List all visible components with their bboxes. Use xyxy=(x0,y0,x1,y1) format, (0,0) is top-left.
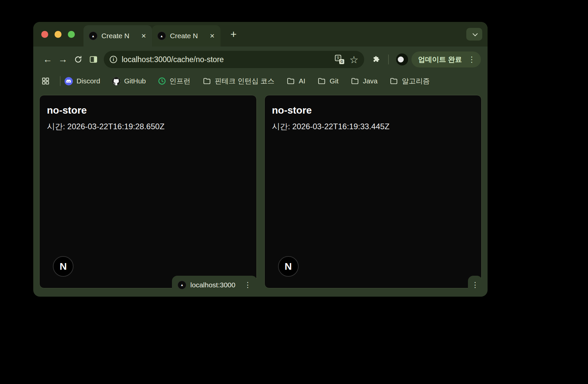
split-tab-right[interactable]: ⋮ xyxy=(468,276,482,294)
github-icon xyxy=(112,77,120,85)
traffic-lights xyxy=(33,31,83,38)
folder-icon xyxy=(317,77,326,85)
bookmark-folder-git[interactable]: Git xyxy=(317,77,339,85)
toolbar: ← → i localhost:3000/cache/no-store 文 G … xyxy=(33,47,488,72)
bookmarks-bar: Discord GitHub 인프런 핀테크 인턴십 코스 xyxy=(33,72,488,90)
bookmark-discord[interactable]: Discord xyxy=(65,77,100,85)
discord-icon xyxy=(65,77,73,85)
translate-icon[interactable]: 文 G xyxy=(335,55,344,64)
browser-window: ▲ Create N × ▲ Create N × + ← → xyxy=(33,22,488,297)
split-tab-menu-icon[interactable]: ⋮ xyxy=(244,281,251,289)
split-tab-host: localhost:3000 xyxy=(190,281,235,289)
new-tab-button[interactable]: + xyxy=(226,27,241,42)
update-label: 업데이트 완료 xyxy=(418,55,462,64)
bookmark-star-icon[interactable]: ☆ xyxy=(348,54,360,65)
minimize-window-button[interactable] xyxy=(55,31,62,38)
bookmark-folder-fintech[interactable]: 핀테크 인턴십 코스 xyxy=(203,76,275,86)
nextjs-devtools-button[interactable]: N xyxy=(53,256,74,277)
profile-avatar[interactable] xyxy=(396,53,408,65)
folder-icon xyxy=(203,77,211,85)
split-view-content: no-store 시간: 2026-03-22T16:19:28.650Z N … xyxy=(33,90,488,297)
nextjs-favicon: ▲ xyxy=(89,32,97,40)
left-pane: no-store 시간: 2026-03-22T16:19:28.650Z N xyxy=(39,95,257,288)
reload-icon xyxy=(74,55,82,64)
split-tab-left[interactable]: ▲ localhost:3000 ⋮ xyxy=(172,276,257,294)
tab-1[interactable]: ▲ Create N × xyxy=(83,25,152,47)
puzzle-icon xyxy=(372,55,381,64)
update-chrome-button[interactable]: 업데이트 완료 ⋮ xyxy=(411,51,481,67)
avatar-icon xyxy=(398,56,404,62)
time-text: 시간: 2026-03-22T16:19:28.650Z xyxy=(47,121,249,132)
extensions-button[interactable] xyxy=(369,52,384,67)
toolbar-divider xyxy=(388,54,389,64)
site-info-icon[interactable]: i xyxy=(110,56,117,63)
folder-icon xyxy=(389,77,398,85)
apps-grid-icon[interactable] xyxy=(41,77,50,85)
inflearn-icon xyxy=(158,77,166,85)
address-bar[interactable]: i localhost:3000/cache/no-store 文 G ☆ xyxy=(104,51,364,68)
tab-title: Create N xyxy=(170,32,203,40)
bookmarks-divider xyxy=(60,76,61,86)
time-text: 시간: 2026-03-22T16:19:33.445Z xyxy=(272,121,474,132)
close-window-button[interactable] xyxy=(41,31,48,38)
tab-title: Create N xyxy=(101,32,135,40)
nextjs-favicon: ▲ xyxy=(178,281,186,289)
forward-button[interactable]: → xyxy=(55,52,71,67)
page-title: no-store xyxy=(272,105,474,116)
bookmark-folder-ai[interactable]: AI xyxy=(286,77,305,85)
reload-button[interactable] xyxy=(71,52,86,67)
bookmark-folder-java[interactable]: Java xyxy=(351,77,377,85)
bookmark-inflearn[interactable]: 인프런 xyxy=(158,76,191,86)
omnibox-actions: 文 G ☆ xyxy=(335,54,360,65)
chevron-down-icon xyxy=(472,31,478,36)
page-title: no-store xyxy=(47,105,249,116)
bookmark-folder-algorithm[interactable]: 알고리즘 xyxy=(389,76,430,86)
browser-menu-icon[interactable]: ⋮ xyxy=(466,55,478,64)
tab-strip: ▲ Create N × ▲ Create N × + xyxy=(33,22,488,47)
folder-icon xyxy=(351,77,359,85)
nextjs-devtools-button[interactable]: N xyxy=(278,256,299,277)
tab-close-icon[interactable]: × xyxy=(207,31,217,41)
nextjs-favicon: ▲ xyxy=(157,32,166,40)
tabs: ▲ Create N × ▲ Create N × xyxy=(83,25,220,47)
tab-close-icon[interactable]: × xyxy=(139,31,149,41)
folder-icon xyxy=(286,77,295,85)
url-text: localhost:3000/cache/no-store xyxy=(122,55,330,64)
right-pane: no-store 시간: 2026-03-22T16:19:33.445Z N xyxy=(264,95,482,288)
tab-search-button[interactable] xyxy=(466,28,482,41)
split-tab-menu-icon[interactable]: ⋮ xyxy=(472,281,479,289)
fullscreen-window-button[interactable] xyxy=(68,31,75,38)
side-panel-button[interactable] xyxy=(86,52,101,67)
side-panel-icon xyxy=(89,55,98,64)
back-button[interactable]: ← xyxy=(40,52,55,67)
tab-2[interactable]: ▲ Create N × xyxy=(152,25,220,47)
bookmark-github[interactable]: GitHub xyxy=(112,77,146,85)
